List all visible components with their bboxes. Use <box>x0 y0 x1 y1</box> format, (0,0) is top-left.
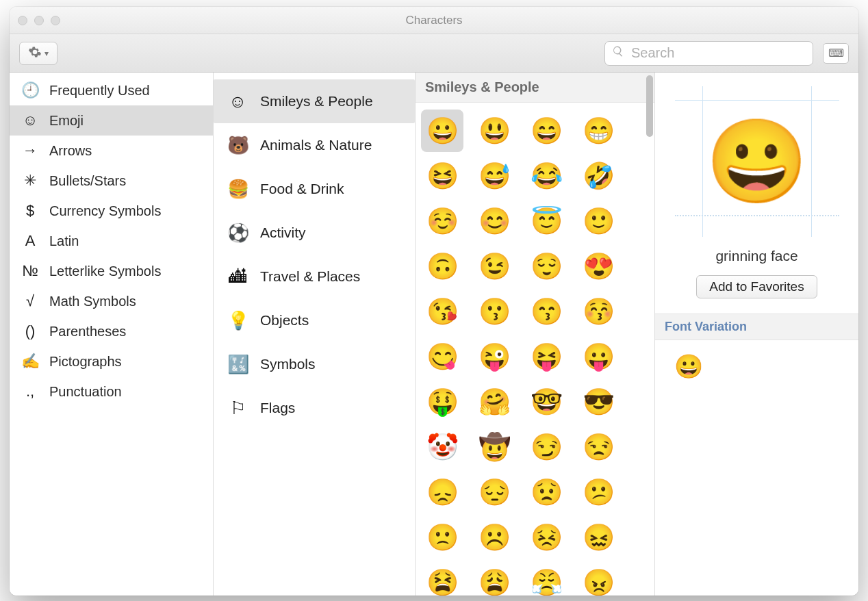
subcat-item-objects[interactable]: 💡Objects <box>214 298 415 342</box>
category-icon: № <box>21 262 40 280</box>
emoji-cell[interactable]: 😟 <box>525 471 567 513</box>
emoji-cell[interactable]: 😃 <box>473 110 515 152</box>
subcat-item-travel-places[interactable]: 🏙Travel & Places <box>214 255 415 298</box>
emoji-cell[interactable]: 😩 <box>473 561 515 596</box>
titlebar: Characters <box>10 7 858 34</box>
subcat-item-label: Activity <box>260 225 306 241</box>
emoji-cell[interactable]: 😎 <box>577 381 620 423</box>
chevron-down-icon: ▾ <box>44 49 49 58</box>
close-window[interactable] <box>18 16 27 25</box>
sidebar-item-math-symbols[interactable]: √Math Symbols <box>10 286 213 316</box>
emoji-cell[interactable]: 🤣 <box>577 155 620 197</box>
sidebar-item-latin[interactable]: ALatin <box>10 226 213 256</box>
emoji-cell[interactable]: 🤑 <box>421 381 463 423</box>
subcat-item-symbols[interactable]: 🔣Symbols <box>214 342 415 386</box>
emoji-cell[interactable]: 🤓 <box>525 381 567 423</box>
category-sidebar: 🕘Frequently Used☺Emoji→Arrows✳Bullets/St… <box>10 73 214 596</box>
minimize-window[interactable] <box>34 16 44 25</box>
emoji-cell[interactable]: 🙁 <box>421 516 463 559</box>
emoji-cell[interactable]: 😏 <box>525 426 567 468</box>
emoji-cell[interactable]: 😝 <box>525 335 567 378</box>
settings-menu-button[interactable]: ▾ <box>19 42 58 65</box>
emoji-cell[interactable]: 😍 <box>577 245 620 287</box>
grid-scroll[interactable]: 😀😃😄😁😆😅😂🤣☺️😊😇🙂🙃😉😌😍😘😗😙😚😋😜😝😛🤑🤗🤓😎🤡🤠😏😒😞😔😟😕🙁☹️… <box>416 103 654 596</box>
scrollbar-thumb[interactable] <box>646 75 653 137</box>
emoji-cell[interactable]: 😔 <box>473 471 515 513</box>
subcat-icon: ⚐ <box>227 398 248 419</box>
emoji-cell[interactable]: 😄 <box>525 110 567 152</box>
sidebar-item-arrows[interactable]: →Arrows <box>10 136 213 166</box>
sidebar-item-punctuation[interactable]: .,Punctuation <box>10 376 213 407</box>
emoji-cell[interactable]: ☺️ <box>421 200 463 242</box>
emoji-cell[interactable]: 😫 <box>421 561 463 596</box>
subcat-icon: ☺ <box>227 91 248 112</box>
emoji-cell[interactable]: ☹️ <box>473 516 515 559</box>
sidebar-item-label: Punctuation <box>49 384 122 400</box>
add-to-favorites-button[interactable]: Add to Favorites <box>696 275 817 298</box>
emoji-cell[interactable]: 😀 <box>421 110 463 152</box>
emoji-cell[interactable]: 🤡 <box>421 426 463 468</box>
emoji-cell[interactable]: 😛 <box>577 335 620 378</box>
detail-panel: 😀 grinning face Add to Favorites Font Va… <box>654 73 858 596</box>
subcat-icon: ⚽ <box>227 222 248 244</box>
subcat-item-label: Smileys & People <box>260 93 373 110</box>
emoji-cell[interactable]: 😒 <box>577 426 620 468</box>
sidebar-item-emoji[interactable]: ☺Emoji <box>10 105 213 136</box>
emoji-cell[interactable]: 😞 <box>421 471 463 513</box>
font-variation-glyph[interactable]: 😀 <box>655 340 858 392</box>
sidebar-item-frequently-used[interactable]: 🕘Frequently Used <box>10 75 213 105</box>
category-icon: √ <box>21 292 40 310</box>
keyboard-icon: ⌨︎ <box>828 47 844 60</box>
subcat-icon: 🐻 <box>227 135 248 156</box>
emoji-cell[interactable]: 😇 <box>525 200 567 242</box>
sidebar-item-pictographs[interactable]: ✍Pictographs <box>10 346 213 376</box>
search-field[interactable] <box>604 41 813 66</box>
search-input[interactable] <box>630 44 806 62</box>
preview-wrap: 😀 <box>655 73 858 241</box>
category-icon: 🕘 <box>21 81 40 99</box>
emoji-cell[interactable]: 😉 <box>473 245 515 287</box>
emoji-cell[interactable]: 😖 <box>577 516 620 559</box>
subcat-item-activity[interactable]: ⚽Activity <box>214 211 415 255</box>
emoji-cell[interactable]: 🤗 <box>473 381 515 423</box>
subcat-item-label: Food & Drink <box>260 181 344 197</box>
guide-line <box>675 100 839 101</box>
emoji-cell[interactable]: 😕 <box>577 471 620 513</box>
sidebar-item-bullets-stars[interactable]: ✳Bullets/Stars <box>10 166 213 196</box>
emoji-cell[interactable]: 🙂 <box>577 200 620 242</box>
emoji-cell[interactable]: 😘 <box>421 290 463 333</box>
emoji-cell[interactable]: 😂 <box>525 155 567 197</box>
subcat-item-animals-nature[interactable]: 🐻Animals & Nature <box>214 123 415 167</box>
emoji-cell[interactable]: 😋 <box>421 335 463 378</box>
emoji-cell[interactable]: 😌 <box>525 245 567 287</box>
emoji-cell[interactable]: 😆 <box>421 155 463 197</box>
emoji-cell[interactable]: 😣 <box>525 516 567 559</box>
sidebar-item-letterlike-symbols[interactable]: №Letterlike Symbols <box>10 256 213 286</box>
category-icon: ✍ <box>21 353 40 370</box>
sidebar-item-parentheses[interactable]: ()Parentheses <box>10 316 213 346</box>
emoji-cell[interactable]: 😚 <box>577 290 620 333</box>
subcat-item-food-drink[interactable]: 🍔Food & Drink <box>214 167 415 211</box>
sidebar-item-label: Emoji <box>49 113 84 129</box>
emoji-cell[interactable]: 😁 <box>577 110 620 152</box>
character-viewer-window: Characters ▾ ⌨︎ 🕘Frequently Used☺Emoji→A… <box>10 7 858 596</box>
zoom-window[interactable] <box>51 16 60 25</box>
subcat-item-label: Animals & Nature <box>260 137 372 153</box>
emoji-cell[interactable]: 🙃 <box>421 245 463 287</box>
emoji-cell[interactable]: 😊 <box>473 200 515 242</box>
collapse-viewer-button[interactable]: ⌨︎ <box>823 43 849 64</box>
emoji-cell[interactable]: 😤 <box>525 561 567 596</box>
emoji-cell[interactable]: 😗 <box>473 290 515 333</box>
subcat-item-flags[interactable]: ⚐Flags <box>214 386 415 430</box>
subcat-icon: 🍔 <box>227 179 248 200</box>
subcat-item-label: Flags <box>260 400 295 416</box>
emoji-cell[interactable]: 😅 <box>473 155 515 197</box>
emoji-cell[interactable]: 😠 <box>577 561 620 596</box>
preview-box: 😀 <box>675 86 839 237</box>
emoji-cell[interactable]: 😜 <box>473 335 515 378</box>
emoji-cell[interactable]: 🤠 <box>473 426 515 468</box>
category-icon: ☺ <box>21 112 40 129</box>
subcat-item-smileys-people[interactable]: ☺Smileys & People <box>214 79 415 123</box>
sidebar-item-currency-symbols[interactable]: $Currency Symbols <box>10 196 213 226</box>
emoji-cell[interactable]: 😙 <box>525 290 567 333</box>
